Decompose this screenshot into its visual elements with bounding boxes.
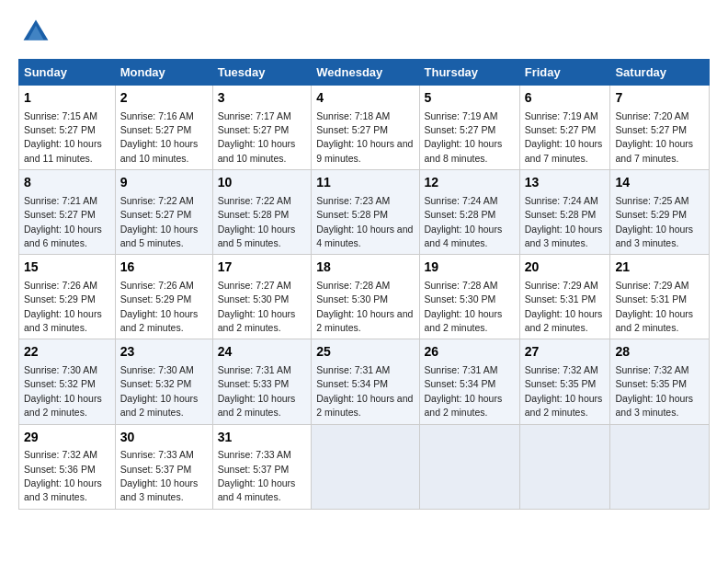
calendar-cell: 21Sunrise: 7:29 AMSunset: 5:31 PMDayligh… (610, 255, 710, 339)
sunrise-info: Sunrise: 7:24 AM (525, 195, 598, 206)
day-number: 5 (425, 89, 515, 108)
daylight-info: Daylight: 10 hours and 2 minutes. (316, 308, 413, 333)
calendar-cell: 31Sunrise: 7:33 AMSunset: 5:37 PMDayligh… (212, 424, 312, 509)
sunrise-info: Sunrise: 7:24 AM (425, 195, 498, 206)
calendar-cell: 5Sunrise: 7:19 AMSunset: 5:27 PMDaylight… (419, 86, 519, 170)
sunrise-info: Sunrise: 7:32 AM (525, 364, 598, 375)
sunrise-info: Sunrise: 7:17 AM (218, 110, 291, 121)
daylight-info: Daylight: 10 hours and 2 minutes. (615, 308, 693, 333)
daylight-info: Daylight: 10 hours and 3 minutes. (24, 477, 102, 502)
day-number: 18 (316, 259, 414, 277)
sunrise-info: Sunrise: 7:25 AM (615, 195, 688, 206)
calendar-cell: 19Sunrise: 7:28 AMSunset: 5:30 PMDayligh… (419, 255, 519, 339)
sunrise-info: Sunrise: 7:28 AM (316, 280, 390, 291)
calendar-cell: 14Sunrise: 7:25 AMSunset: 5:29 PMDayligh… (610, 170, 710, 255)
day-number: 29 (24, 429, 110, 447)
sunset-info: Sunset: 5:34 PM (425, 378, 496, 389)
daylight-info: Daylight: 10 hours and 2 minutes. (24, 393, 102, 418)
sunset-info: Sunset: 5:31 PM (615, 293, 687, 304)
calendar-table: SundayMondayTuesdayWednesdayThursdayFrid… (18, 59, 710, 510)
day-number: 8 (24, 174, 110, 192)
calendar-cell: 9Sunrise: 7:22 AMSunset: 5:27 PMDaylight… (115, 170, 212, 255)
sunrise-info: Sunrise: 7:27 AM (218, 280, 291, 291)
daylight-info: Daylight: 10 hours and 3 minutes. (615, 224, 693, 248)
sunset-info: Sunset: 5:34 PM (316, 378, 388, 389)
sunset-info: Sunset: 5:35 PM (525, 378, 597, 389)
sunset-info: Sunset: 5:30 PM (218, 293, 290, 304)
calendar-cell: 2Sunrise: 7:16 AMSunset: 5:27 PMDaylight… (115, 86, 212, 170)
sunset-info: Sunset: 5:27 PM (525, 124, 597, 135)
sunrise-info: Sunrise: 7:29 AM (615, 280, 688, 291)
calendar-cell: 18Sunrise: 7:28 AMSunset: 5:30 PMDayligh… (312, 255, 419, 339)
col-header-thursday: Thursday (419, 60, 519, 86)
calendar-cell: 26Sunrise: 7:31 AMSunset: 5:34 PMDayligh… (419, 339, 519, 424)
sunset-info: Sunset: 5:27 PM (120, 209, 192, 220)
sunrise-info: Sunrise: 7:30 AM (24, 364, 97, 375)
col-header-wednesday: Wednesday (312, 60, 419, 86)
calendar-cell: 8Sunrise: 7:21 AMSunset: 5:27 PMDaylight… (19, 170, 116, 255)
daylight-info: Daylight: 10 hours and 8 minutes. (425, 138, 503, 163)
sunrise-info: Sunrise: 7:31 AM (316, 364, 390, 375)
sunset-info: Sunset: 5:27 PM (120, 124, 192, 135)
daylight-info: Daylight: 10 hours and 2 minutes. (316, 393, 413, 418)
sunrise-info: Sunrise: 7:33 AM (120, 449, 194, 460)
daylight-info: Daylight: 10 hours and 2 minutes. (525, 308, 603, 333)
sunrise-info: Sunrise: 7:26 AM (120, 280, 194, 291)
day-number: 10 (218, 174, 307, 192)
sunrise-info: Sunrise: 7:29 AM (525, 280, 598, 291)
day-number: 2 (120, 89, 208, 108)
daylight-info: Daylight: 10 hours and 2 minutes. (218, 393, 296, 418)
calendar-cell (419, 424, 519, 509)
daylight-info: Daylight: 10 hours and 2 minutes. (425, 393, 503, 418)
calendar-cell: 10Sunrise: 7:22 AMSunset: 5:28 PMDayligh… (212, 170, 312, 255)
day-number: 25 (316, 343, 414, 362)
sunrise-info: Sunrise: 7:23 AM (316, 195, 390, 206)
daylight-info: Daylight: 10 hours and 4 minutes. (425, 224, 503, 248)
sunset-info: Sunset: 5:27 PM (218, 124, 290, 135)
daylight-info: Daylight: 10 hours and 2 minutes. (525, 393, 603, 418)
sunrise-info: Sunrise: 7:15 AM (24, 110, 97, 121)
sunset-info: Sunset: 5:32 PM (120, 378, 192, 389)
day-number: 9 (120, 174, 208, 192)
daylight-info: Daylight: 10 hours and 9 minutes. (316, 138, 413, 163)
calendar-cell: 20Sunrise: 7:29 AMSunset: 5:31 PMDayligh… (519, 255, 610, 339)
calendar-cell: 1Sunrise: 7:15 AMSunset: 5:27 PMDaylight… (19, 86, 116, 170)
day-number: 17 (218, 259, 307, 277)
calendar-cell: 6Sunrise: 7:19 AMSunset: 5:27 PMDaylight… (519, 86, 610, 170)
calendar-cell: 13Sunrise: 7:24 AMSunset: 5:28 PMDayligh… (519, 170, 610, 255)
sunset-info: Sunset: 5:30 PM (316, 293, 388, 304)
calendar-week-1: 1Sunrise: 7:15 AMSunset: 5:27 PMDaylight… (19, 86, 710, 170)
daylight-info: Daylight: 10 hours and 2 minutes. (120, 308, 199, 333)
sunrise-info: Sunrise: 7:22 AM (120, 195, 194, 206)
sunset-info: Sunset: 5:30 PM (425, 293, 496, 304)
daylight-info: Daylight: 10 hours and 7 minutes. (615, 138, 693, 163)
calendar-week-3: 15Sunrise: 7:26 AMSunset: 5:29 PMDayligh… (19, 255, 710, 339)
sunrise-info: Sunrise: 7:31 AM (218, 364, 291, 375)
day-number: 11 (316, 174, 414, 192)
calendar-cell: 12Sunrise: 7:24 AMSunset: 5:28 PMDayligh… (419, 170, 519, 255)
sunrise-info: Sunrise: 7:30 AM (120, 364, 194, 375)
sunset-info: Sunset: 5:28 PM (218, 209, 290, 220)
calendar-week-4: 22Sunrise: 7:30 AMSunset: 5:32 PMDayligh… (19, 339, 710, 424)
sunrise-info: Sunrise: 7:32 AM (24, 449, 97, 460)
calendar-cell: 22Sunrise: 7:30 AMSunset: 5:32 PMDayligh… (19, 339, 116, 424)
calendar-cell: 27Sunrise: 7:32 AMSunset: 5:35 PMDayligh… (519, 339, 610, 424)
day-number: 16 (120, 259, 208, 277)
daylight-info: Daylight: 10 hours and 3 minutes. (120, 477, 199, 502)
day-number: 19 (425, 259, 515, 277)
day-number: 30 (120, 429, 208, 447)
sunrise-info: Sunrise: 7:33 AM (218, 449, 291, 460)
calendar-week-2: 8Sunrise: 7:21 AMSunset: 5:27 PMDaylight… (19, 170, 710, 255)
daylight-info: Daylight: 10 hours and 2 minutes. (425, 308, 503, 333)
sunrise-info: Sunrise: 7:28 AM (425, 280, 498, 291)
sunset-info: Sunset: 5:28 PM (425, 209, 496, 220)
day-number: 22 (24, 343, 110, 362)
daylight-info: Daylight: 10 hours and 3 minutes. (615, 393, 693, 418)
col-header-monday: Monday (115, 60, 212, 86)
sunset-info: Sunset: 5:27 PM (24, 209, 96, 220)
calendar-cell: 11Sunrise: 7:23 AMSunset: 5:28 PMDayligh… (312, 170, 419, 255)
calendar-cell: 30Sunrise: 7:33 AMSunset: 5:37 PMDayligh… (115, 424, 212, 509)
daylight-info: Daylight: 10 hours and 2 minutes. (120, 393, 199, 418)
day-number: 14 (615, 174, 704, 192)
sunrise-info: Sunrise: 7:31 AM (425, 364, 498, 375)
